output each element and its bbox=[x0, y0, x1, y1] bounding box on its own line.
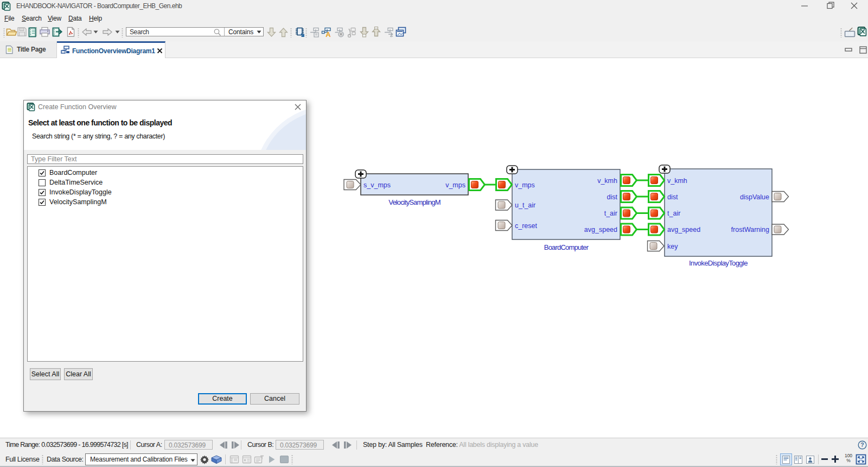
svg-text:v_mps: v_mps bbox=[515, 181, 535, 189]
svg-text:c_reset: c_reset bbox=[515, 222, 538, 230]
svg-text:t_air: t_air bbox=[604, 210, 617, 217]
svg-text:VelocitySamplingM: VelocitySamplingM bbox=[388, 198, 440, 206]
svg-text:avg_speed: avg_speed bbox=[667, 226, 700, 234]
svg-text:dist: dist bbox=[667, 193, 678, 201]
svg-text:v_kmh: v_kmh bbox=[667, 177, 687, 185]
svg-text:?: ? bbox=[860, 441, 864, 448]
svg-text:BoardComputer: BoardComputer bbox=[544, 243, 589, 251]
svg-text:v_mps: v_mps bbox=[445, 181, 465, 189]
svg-text:avg_speed: avg_speed bbox=[584, 226, 617, 234]
svg-text:frostWarning: frostWarning bbox=[731, 226, 769, 234]
svg-text:u_t_air: u_t_air bbox=[515, 201, 535, 209]
svg-text:InvokeDisplayToggle: InvokeDisplayToggle bbox=[689, 259, 748, 267]
svg-text:A: A bbox=[326, 30, 331, 37]
svg-text:key: key bbox=[667, 243, 678, 250]
svg-text:dist: dist bbox=[607, 193, 618, 201]
svg-text:t_air: t_air bbox=[667, 210, 680, 217]
svg-text:dispValue: dispValue bbox=[740, 193, 769, 201]
svg-text:v_kmh: v_kmh bbox=[597, 177, 617, 185]
svg-text:s_v_mps: s_v_mps bbox=[363, 181, 391, 189]
